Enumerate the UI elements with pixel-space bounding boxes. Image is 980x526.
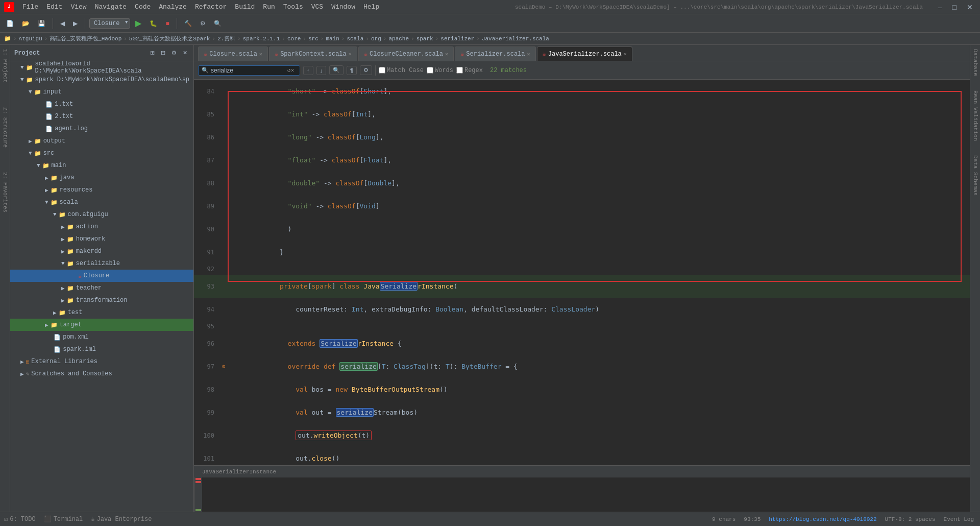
bc-d[interactable]: 📁 (4, 35, 11, 42)
tree-2txt[interactable]: 📄 2.txt (10, 110, 193, 123)
gear-icon[interactable]: ⚙ (169, 49, 179, 57)
project-panel-icon[interactable]: 1: Project (1, 47, 9, 85)
tree-action[interactable]: ▶ 📁 action (10, 221, 193, 233)
next-match-button[interactable]: ↓ (316, 66, 327, 75)
match-case-option[interactable]: Match Case (379, 67, 424, 74)
regex-option[interactable]: Regex (456, 67, 483, 74)
menu-build[interactable]: Build (231, 2, 259, 12)
filter-button[interactable]: ⚙ (360, 65, 372, 75)
search-everywhere-button[interactable]: 🔍 (211, 18, 225, 29)
build-button[interactable]: 🔨 (181, 18, 195, 29)
expand-all-button[interactable]: ⊞ (148, 49, 157, 57)
tree-external-libs[interactable]: ▶ ⊞ External Libraries (10, 355, 193, 368)
menu-run[interactable]: Run (259, 2, 279, 12)
tree-scala[interactable]: ▼ 📁 scala (10, 196, 193, 208)
menu-file[interactable]: File (18, 2, 42, 12)
words-checkbox[interactable] (427, 67, 433, 74)
tree-src[interactable]: ▼ 📁 src (10, 147, 193, 159)
tree-comatguigu[interactable]: ▼ 📁 com.atguigu (10, 208, 193, 221)
bc-spark[interactable]: 502_高硅谷大数据技术之Spark (129, 35, 210, 42)
bc-core[interactable]: core (287, 36, 301, 42)
new-file-button[interactable]: 📄 (3, 18, 17, 29)
bean-validation-icon[interactable]: Bean Validation (971, 88, 979, 143)
collapse-all-button[interactable]: ⊟ (159, 49, 167, 57)
run-button[interactable]: ▶ (132, 17, 144, 30)
terminal-button[interactable]: ⬛ Terminal (40, 512, 87, 527)
bc-atguigu[interactable]: Atguigu (19, 36, 42, 42)
stop-button[interactable]: ■ (162, 18, 172, 29)
menu-navigate[interactable]: Navigate (91, 2, 131, 12)
menu-view[interactable]: View (66, 2, 90, 12)
bc-src[interactable]: src (308, 36, 318, 42)
menu-tools[interactable]: Tools (279, 2, 307, 12)
maximize-button[interactable]: □ (949, 2, 960, 13)
close-button[interactable]: ✕ (964, 2, 976, 13)
menu-analyze[interactable]: Analyze (155, 2, 191, 12)
tab-closure[interactable]: ☕ Closure.scala ✕ (198, 46, 268, 61)
tree-resources[interactable]: ▶ 📁 resources (10, 184, 193, 196)
match-case-checkbox[interactable] (379, 67, 385, 74)
menu-refactor[interactable]: Refactor (191, 2, 231, 12)
tree-output[interactable]: ▶ 📁 output (10, 135, 193, 147)
save-button[interactable]: 💾 (35, 18, 48, 29)
tree-scalahelloworld[interactable]: ▼ 📁 scalahelloworld D:\MyWork\WorkSpaceI… (10, 61, 193, 74)
blog-link[interactable]: https://blog.csdn.net/qq-4018022 (769, 516, 876, 522)
tab-serializer[interactable]: ☕ Serializer.scala ✕ (455, 46, 535, 61)
tab-closurecleaner[interactable]: ☕ ClosureCleaner.scala ✕ (358, 46, 454, 61)
settings-button[interactable]: ⚙ (197, 18, 209, 29)
menu-edit[interactable]: Edit (42, 2, 66, 12)
bc-resources[interactable]: 2.资料 (217, 35, 235, 42)
back-button[interactable]: ◀ (57, 18, 68, 29)
tree-input[interactable]: ▼ 📁 input (10, 86, 193, 98)
debug-button[interactable]: 🐛 (146, 18, 160, 29)
tab-sparkcontext[interactable]: ☕ SparkContext.scala ✕ (269, 46, 357, 61)
multiline-button[interactable]: ¶ (347, 66, 357, 75)
words-option[interactable]: Words (427, 67, 453, 74)
search-refresh-icon[interactable]: ↺ (287, 67, 291, 74)
todo-button[interactable]: ☑ 6: TODO (0, 512, 40, 527)
regex-checkbox[interactable] (456, 67, 463, 74)
tab-close-icon[interactable]: ✕ (445, 51, 448, 57)
bc-main[interactable]: main (326, 36, 339, 42)
tree-1txt[interactable]: 📄 1.txt (10, 98, 193, 110)
open-button[interactable]: 📂 (19, 18, 33, 29)
sidebar-close-button[interactable]: ✕ (181, 49, 189, 57)
search-clear-icon[interactable]: ✕ (291, 67, 295, 74)
tree-homework[interactable]: ▶ 📁 homework (10, 233, 193, 245)
tree-test[interactable]: ▶ 📁 test (10, 306, 193, 319)
tree-agentlog[interactable]: 📄 agent.log (10, 123, 193, 135)
search-input[interactable] (211, 67, 287, 74)
bc-apache[interactable]: apache (388, 36, 409, 42)
tree-main[interactable]: ▼ 📁 main (10, 159, 193, 172)
bc-spark-version[interactable]: spark-2.1.1 (243, 36, 280, 42)
bc-file[interactable]: JavaSerializer.scala (482, 36, 549, 42)
favorites-panel-icon[interactable]: 2: Favorites (1, 170, 9, 214)
tree-java[interactable]: ▶ 📁 java (10, 172, 193, 184)
menu-code[interactable]: Code (131, 2, 155, 12)
minimize-button[interactable]: – (935, 2, 945, 13)
structure-panel-icon[interactable]: Z: Structure (1, 105, 9, 150)
tab-close-icon[interactable]: ✕ (624, 51, 627, 57)
tree-teacher[interactable]: ▶ 📁 teacher (10, 282, 193, 294)
prev-match-button[interactable]: ↑ (303, 66, 313, 75)
bc-scala[interactable]: scala (347, 36, 363, 42)
find-in-file-button[interactable]: 🔍 (329, 65, 344, 75)
java-enterprise-button[interactable]: ☕ Java Enterprise (87, 512, 156, 527)
run-config-dropdown[interactable]: Closure ▼ (89, 18, 130, 29)
menu-help[interactable]: Help (359, 2, 383, 12)
tree-scratches[interactable]: ▶ ✎ Scratches and Consoles (10, 368, 193, 380)
tree-makerdd[interactable]: ▶ 📁 makerdd (10, 245, 193, 257)
tree-pomxml[interactable]: 📄 pom.xml (10, 331, 193, 343)
bc-spark2[interactable]: spark (416, 36, 433, 42)
data-schemas-icon[interactable]: Data Schemas (971, 153, 979, 198)
bc-org[interactable]: org (371, 36, 381, 42)
tree-target[interactable]: ▶ 📁 target (10, 319, 193, 331)
tree-serializable[interactable]: ▼ 📁 serializable (10, 257, 193, 270)
forward-button[interactable]: ▶ (70, 18, 81, 29)
tab-close-icon[interactable]: ✕ (349, 51, 352, 57)
bc-serializer[interactable]: serializer (440, 36, 474, 42)
code-editor[interactable]: 84 "short" -> classOf[Short], 85 "int" -… (194, 80, 970, 477)
tree-spark[interactable]: ▼ 📁 spark D:\MyWork\WorkSpaceIDEA\scalaD… (10, 74, 193, 86)
menu-window[interactable]: Window (327, 2, 359, 12)
tree-sparkiml[interactable]: 📄 spark.iml (10, 343, 193, 355)
